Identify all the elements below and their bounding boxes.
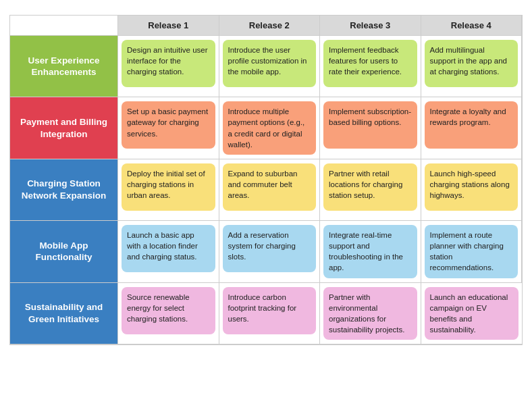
card-r1-c2: Implement subscription-based billing opt… xyxy=(323,101,417,149)
card-r4-c0: Source renewable energy for select charg… xyxy=(122,287,215,334)
col-header-1: Release 1 xyxy=(118,16,219,36)
row-label-0: User Experience Enhancements xyxy=(10,36,118,97)
roadmap-grid: Release 1Release 2Release 3Release 4User… xyxy=(9,15,523,345)
row-label-4: Sustainability and Green Initiatives xyxy=(10,283,118,344)
card-r2-c1: Expand to suburban and commuter belt are… xyxy=(223,163,317,211)
cell-r1-c2: Implement subscription-based billing opt… xyxy=(320,97,421,159)
cell-r1-c0: Set up a basic payment gateway for charg… xyxy=(118,97,219,159)
card-r2-c3: Launch high-speed charging stations alon… xyxy=(425,163,518,211)
card-r3-c3: Implement a route planner with charging … xyxy=(425,225,518,278)
card-r3-c1: Add a reservation system for charging sl… xyxy=(223,225,317,272)
cell-r0-c0: Design an intuitive user interface for t… xyxy=(118,36,219,97)
card-r4-c3: Launch an educational campaign on EV ben… xyxy=(425,287,519,340)
cell-r1-c1: Introduce multiple payment options (e.g.… xyxy=(219,97,321,159)
card-r2-c2: Partner with retail locations for chargi… xyxy=(323,163,417,211)
col-header-4: Release 4 xyxy=(421,16,523,36)
col-header-3: Release 3 xyxy=(320,16,421,36)
cell-r4-c0: Source renewable energy for select charg… xyxy=(118,283,219,344)
row-label-1: Payment and Billing Integration xyxy=(10,97,118,159)
card-r0-c2: Implement feedback features for users to… xyxy=(323,40,417,87)
cell-r3-c1: Add a reservation system for charging sl… xyxy=(219,221,321,282)
card-r0-c3: Add multilingual support in the app and … xyxy=(425,40,518,87)
cell-r0-c3: Add multilingual support in the app and … xyxy=(421,36,523,97)
card-r1-c3: Integrate a loyalty and rewards program. xyxy=(425,101,518,149)
card-r4-c2: Partner with environmental organizations… xyxy=(323,287,417,340)
col-header-2: Release 2 xyxy=(219,16,321,36)
card-r4-c1: Introduce carbon footprint tracking for … xyxy=(223,287,317,334)
card-r3-c2: Integrate real-time support and troubles… xyxy=(323,225,417,278)
cell-r4-c3: Launch an educational campaign on EV ben… xyxy=(421,283,523,344)
card-r2-c0: Deploy the initial set of charging stati… xyxy=(122,163,215,211)
card-r1-c1: Introduce multiple payment options (e.g.… xyxy=(223,101,317,154)
cell-r3-c2: Integrate real-time support and troubles… xyxy=(320,221,421,282)
cell-r2-c0: Deploy the initial set of charging stati… xyxy=(118,159,219,221)
card-r1-c0: Set up a basic payment gateway for charg… xyxy=(122,101,215,149)
cell-r4-c2: Partner with environmental organizations… xyxy=(320,283,421,344)
cell-r0-c1: Introduce the user profile customization… xyxy=(219,36,321,97)
header-empty xyxy=(10,16,118,36)
card-r0-c0: Design an intuitive user interface for t… xyxy=(122,40,215,87)
cell-r3-c3: Implement a route planner with charging … xyxy=(421,221,523,282)
card-r3-c0: Launch a basic app with a location finde… xyxy=(122,225,215,272)
cell-r2-c3: Launch high-speed charging stations alon… xyxy=(421,159,523,221)
cell-r3-c0: Launch a basic app with a location finde… xyxy=(118,221,219,282)
row-label-2: Charging Station Network Expansion xyxy=(10,159,118,221)
cell-r0-c2: Implement feedback features for users to… xyxy=(320,36,421,97)
cell-r4-c1: Introduce carbon footprint tracking for … xyxy=(219,283,321,344)
row-label-3: Mobile App Functionality xyxy=(10,221,118,282)
cell-r2-c2: Partner with retail locations for chargi… xyxy=(320,159,421,221)
cell-r1-c3: Integrate a loyalty and rewards program. xyxy=(421,97,523,159)
cell-r2-c1: Expand to suburban and commuter belt are… xyxy=(219,159,321,221)
card-r0-c1: Introduce the user profile customization… xyxy=(223,40,317,87)
